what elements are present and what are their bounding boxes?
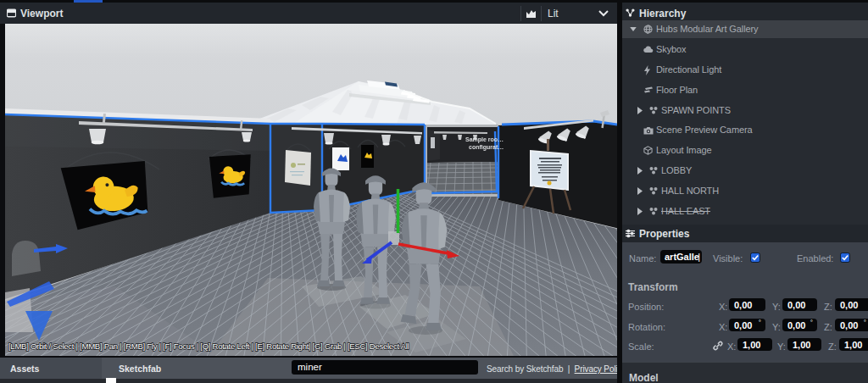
svg-text:Sample roo…: Sample roo… [465, 136, 504, 143]
svg-text:[LMB] Orbit / Select | [MMB] P: [LMB] Orbit / Select | [MMB] Pan | [RMB]… [8, 341, 409, 351]
svg-text:configurat…: configurat… [469, 144, 504, 151]
